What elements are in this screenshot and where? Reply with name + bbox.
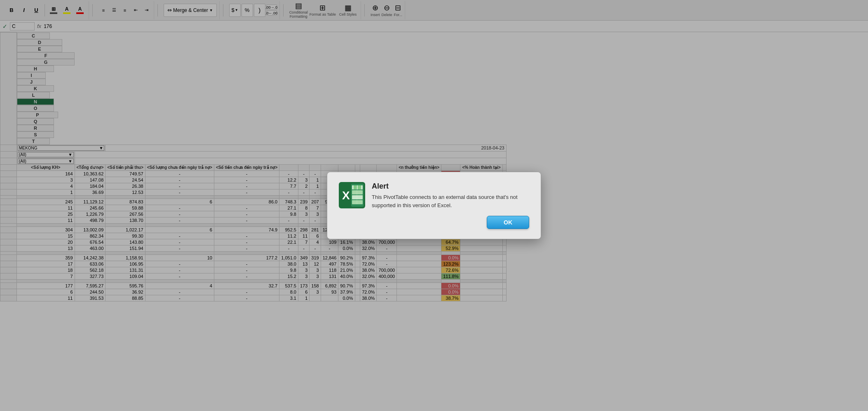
svg-rect-4 (352, 195, 363, 199)
dialog-message: This PivotTable connects to an external … (372, 193, 529, 209)
svg-rect-7 (358, 185, 361, 189)
ok-button[interactable]: OK (487, 216, 529, 229)
svg-rect-6 (354, 185, 357, 189)
svg-rect-2 (352, 185, 363, 189)
alert-dialog: X Alert This PivotTable connects to an e… (327, 172, 541, 239)
dialog-overlay: X Alert This PivotTable connects to an e… (0, 0, 868, 301)
excel-logo-icon: X (339, 182, 365, 208)
svg-rect-5 (352, 200, 363, 204)
dialog-footer: OK (339, 216, 529, 229)
svg-rect-3 (352, 190, 363, 194)
dialog-header: X Alert This PivotTable connects to an e… (339, 182, 529, 209)
dialog-text-content: Alert This PivotTable connects to an ext… (372, 182, 529, 209)
svg-text:X: X (342, 189, 350, 202)
dialog-title: Alert (372, 182, 529, 191)
